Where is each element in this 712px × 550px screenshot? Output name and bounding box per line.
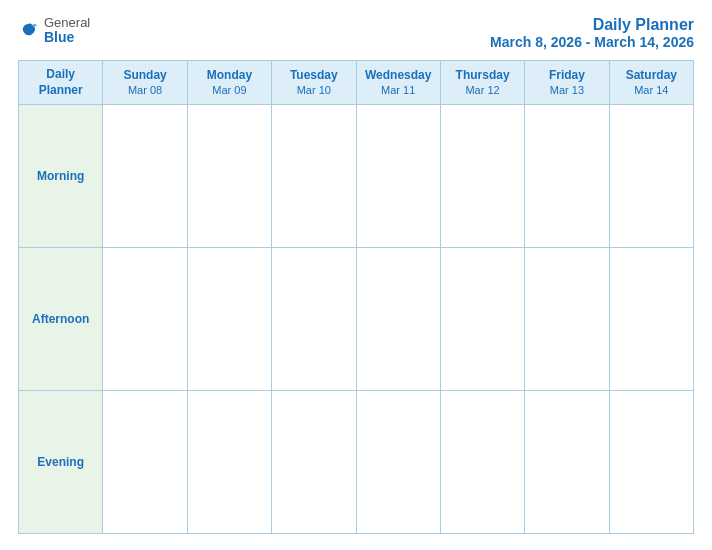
cell-morning-thursday[interactable]: [440, 105, 524, 248]
cell-morning-sunday[interactable]: [103, 105, 187, 248]
col-tuesday-name: Tuesday: [274, 68, 353, 84]
cell-afternoon-sunday[interactable]: [103, 248, 187, 391]
cell-afternoon-thursday[interactable]: [440, 248, 524, 391]
cell-evening-thursday[interactable]: [440, 391, 524, 534]
col-saturday-date: Mar 14: [612, 83, 691, 97]
col-wednesday-name: Wednesday: [359, 68, 438, 84]
logo-blue: Blue: [44, 30, 90, 45]
row-evening: Evening: [19, 391, 694, 534]
cell-evening-tuesday[interactable]: [272, 391, 356, 534]
row-evening-label: Evening: [19, 391, 103, 534]
col-wednesday-date: Mar 11: [359, 83, 438, 97]
cell-afternoon-monday[interactable]: [187, 248, 271, 391]
cell-morning-saturday[interactable]: [609, 105, 693, 248]
logo-text: General Blue: [44, 16, 90, 46]
col-header-monday: Monday Mar 09: [187, 61, 271, 105]
cell-morning-monday[interactable]: [187, 105, 271, 248]
col-header-thursday: Thursday Mar 12: [440, 61, 524, 105]
cell-evening-sunday[interactable]: [103, 391, 187, 534]
col-header-wednesday: Wednesday Mar 11: [356, 61, 440, 105]
cell-morning-wednesday[interactable]: [356, 105, 440, 248]
general-blue-bird-icon: [18, 20, 40, 42]
calendar-table: Daily Planner Sunday Mar 08 Monday Mar 0…: [18, 60, 694, 534]
col-friday-date: Mar 13: [527, 83, 606, 97]
table-header-row: Daily Planner Sunday Mar 08 Monday Mar 0…: [19, 61, 694, 105]
row-afternoon-label: Afternoon: [19, 248, 103, 391]
col-thursday-date: Mar 12: [443, 83, 522, 97]
col-thursday-name: Thursday: [443, 68, 522, 84]
cell-afternoon-friday[interactable]: [525, 248, 609, 391]
header-right: Daily Planner March 8, 2026 - March 14, …: [490, 16, 694, 50]
cell-evening-saturday[interactable]: [609, 391, 693, 534]
col-tuesday-date: Mar 10: [274, 83, 353, 97]
col-sunday-name: Sunday: [105, 68, 184, 84]
header: General Blue Daily Planner March 8, 2026…: [18, 16, 694, 50]
col-header-saturday: Saturday Mar 14: [609, 61, 693, 105]
planner-date-range: March 8, 2026 - March 14, 2026: [490, 34, 694, 50]
row-morning: Morning: [19, 105, 694, 248]
cell-morning-tuesday[interactable]: [272, 105, 356, 248]
cell-afternoon-tuesday[interactable]: [272, 248, 356, 391]
cell-afternoon-saturday[interactable]: [609, 248, 693, 391]
cell-evening-monday[interactable]: [187, 391, 271, 534]
col-header-tuesday: Tuesday Mar 10: [272, 61, 356, 105]
cell-morning-friday[interactable]: [525, 105, 609, 248]
cell-evening-wednesday[interactable]: [356, 391, 440, 534]
header-label-line1: Daily: [46, 67, 75, 81]
row-afternoon: Afternoon: [19, 248, 694, 391]
col-friday-name: Friday: [527, 68, 606, 84]
cell-evening-friday[interactable]: [525, 391, 609, 534]
logo-general: General: [44, 16, 90, 30]
col-header-sunday: Sunday Mar 08: [103, 61, 187, 105]
col-sunday-date: Mar 08: [105, 83, 184, 97]
row-morning-label: Morning: [19, 105, 103, 248]
table-header-label: Daily Planner: [19, 61, 103, 105]
cell-afternoon-wednesday[interactable]: [356, 248, 440, 391]
col-header-friday: Friday Mar 13: [525, 61, 609, 105]
header-label-line2: Planner: [39, 83, 83, 97]
col-saturday-name: Saturday: [612, 68, 691, 84]
col-monday-date: Mar 09: [190, 83, 269, 97]
col-monday-name: Monday: [190, 68, 269, 84]
planner-title: Daily Planner: [490, 16, 694, 34]
logo: General Blue: [18, 16, 90, 46]
